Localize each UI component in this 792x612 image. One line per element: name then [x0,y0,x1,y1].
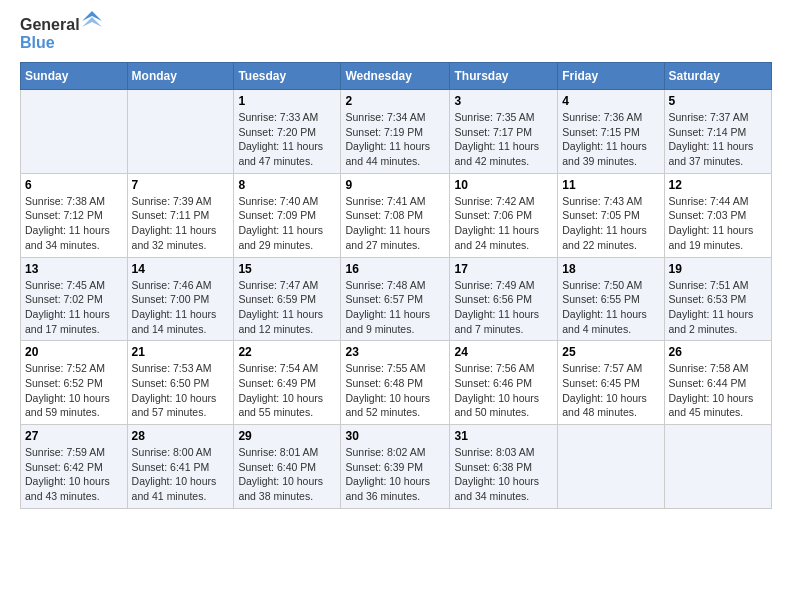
day-header-thursday: Thursday [450,63,558,90]
day-cell: 21Sunrise: 7:53 AM Sunset: 6:50 PM Dayli… [127,341,234,425]
day-info: Sunrise: 7:54 AM Sunset: 6:49 PM Dayligh… [238,361,336,420]
day-number: 8 [238,178,336,192]
logo: General Blue [20,16,102,52]
day-info: Sunrise: 7:38 AM Sunset: 7:12 PM Dayligh… [25,194,123,253]
day-number: 24 [454,345,553,359]
week-row-5: 27Sunrise: 7:59 AM Sunset: 6:42 PM Dayli… [21,425,772,509]
day-number: 22 [238,345,336,359]
day-cell: 11Sunrise: 7:43 AM Sunset: 7:05 PM Dayli… [558,173,664,257]
day-number: 18 [562,262,659,276]
day-number: 15 [238,262,336,276]
day-number: 5 [669,94,767,108]
day-number: 1 [238,94,336,108]
calendar-table: SundayMondayTuesdayWednesdayThursdayFrid… [20,62,772,509]
day-cell: 12Sunrise: 7:44 AM Sunset: 7:03 PM Dayli… [664,173,771,257]
day-cell: 6Sunrise: 7:38 AM Sunset: 7:12 PM Daylig… [21,173,128,257]
day-cell [21,90,128,174]
day-cell [127,90,234,174]
day-cell: 17Sunrise: 7:49 AM Sunset: 6:56 PM Dayli… [450,257,558,341]
day-cell: 5Sunrise: 7:37 AM Sunset: 7:14 PM Daylig… [664,90,771,174]
day-header-monday: Monday [127,63,234,90]
day-cell: 2Sunrise: 7:34 AM Sunset: 7:19 PM Daylig… [341,90,450,174]
day-number: 29 [238,429,336,443]
day-header-tuesday: Tuesday [234,63,341,90]
day-cell: 13Sunrise: 7:45 AM Sunset: 7:02 PM Dayli… [21,257,128,341]
week-row-1: 1Sunrise: 7:33 AM Sunset: 7:20 PM Daylig… [21,90,772,174]
day-info: Sunrise: 7:49 AM Sunset: 6:56 PM Dayligh… [454,278,553,337]
day-info: Sunrise: 8:02 AM Sunset: 6:39 PM Dayligh… [345,445,445,504]
day-cell: 3Sunrise: 7:35 AM Sunset: 7:17 PM Daylig… [450,90,558,174]
day-info: Sunrise: 8:00 AM Sunset: 6:41 PM Dayligh… [132,445,230,504]
day-cell [664,425,771,509]
day-cell: 25Sunrise: 7:57 AM Sunset: 6:45 PM Dayli… [558,341,664,425]
day-number: 19 [669,262,767,276]
day-cell: 9Sunrise: 7:41 AM Sunset: 7:08 PM Daylig… [341,173,450,257]
day-cell: 30Sunrise: 8:02 AM Sunset: 6:39 PM Dayli… [341,425,450,509]
header-row: SundayMondayTuesdayWednesdayThursdayFrid… [21,63,772,90]
day-cell: 16Sunrise: 7:48 AM Sunset: 6:57 PM Dayli… [341,257,450,341]
day-info: Sunrise: 7:37 AM Sunset: 7:14 PM Dayligh… [669,110,767,169]
day-number: 30 [345,429,445,443]
day-cell: 19Sunrise: 7:51 AM Sunset: 6:53 PM Dayli… [664,257,771,341]
day-number: 14 [132,262,230,276]
day-cell: 23Sunrise: 7:55 AM Sunset: 6:48 PM Dayli… [341,341,450,425]
day-number: 12 [669,178,767,192]
day-info: Sunrise: 7:33 AM Sunset: 7:20 PM Dayligh… [238,110,336,169]
day-number: 23 [345,345,445,359]
day-info: Sunrise: 7:36 AM Sunset: 7:15 PM Dayligh… [562,110,659,169]
day-cell: 10Sunrise: 7:42 AM Sunset: 7:06 PM Dayli… [450,173,558,257]
day-cell: 24Sunrise: 7:56 AM Sunset: 6:46 PM Dayli… [450,341,558,425]
day-number: 3 [454,94,553,108]
day-cell: 31Sunrise: 8:03 AM Sunset: 6:38 PM Dayli… [450,425,558,509]
logo-general: General [20,16,80,34]
day-number: 28 [132,429,230,443]
day-cell: 4Sunrise: 7:36 AM Sunset: 7:15 PM Daylig… [558,90,664,174]
day-cell: 7Sunrise: 7:39 AM Sunset: 7:11 PM Daylig… [127,173,234,257]
page: General Blue SundayMondayTuesdayWednesda… [0,0,792,525]
day-info: Sunrise: 7:48 AM Sunset: 6:57 PM Dayligh… [345,278,445,337]
day-info: Sunrise: 7:56 AM Sunset: 6:46 PM Dayligh… [454,361,553,420]
day-cell: 1Sunrise: 7:33 AM Sunset: 7:20 PM Daylig… [234,90,341,174]
day-number: 31 [454,429,553,443]
day-header-friday: Friday [558,63,664,90]
day-cell: 29Sunrise: 8:01 AM Sunset: 6:40 PM Dayli… [234,425,341,509]
header: General Blue [20,16,772,52]
day-info: Sunrise: 7:51 AM Sunset: 6:53 PM Dayligh… [669,278,767,337]
day-cell: 27Sunrise: 7:59 AM Sunset: 6:42 PM Dayli… [21,425,128,509]
day-info: Sunrise: 7:46 AM Sunset: 7:00 PM Dayligh… [132,278,230,337]
day-cell: 15Sunrise: 7:47 AM Sunset: 6:59 PM Dayli… [234,257,341,341]
day-info: Sunrise: 7:43 AM Sunset: 7:05 PM Dayligh… [562,194,659,253]
day-cell: 22Sunrise: 7:54 AM Sunset: 6:49 PM Dayli… [234,341,341,425]
day-cell: 20Sunrise: 7:52 AM Sunset: 6:52 PM Dayli… [21,341,128,425]
day-number: 4 [562,94,659,108]
day-number: 11 [562,178,659,192]
day-number: 10 [454,178,553,192]
day-number: 17 [454,262,553,276]
day-info: Sunrise: 7:41 AM Sunset: 7:08 PM Dayligh… [345,194,445,253]
day-header-wednesday: Wednesday [341,63,450,90]
day-number: 26 [669,345,767,359]
day-cell: 8Sunrise: 7:40 AM Sunset: 7:09 PM Daylig… [234,173,341,257]
day-number: 20 [25,345,123,359]
day-cell: 26Sunrise: 7:58 AM Sunset: 6:44 PM Dayli… [664,341,771,425]
day-info: Sunrise: 7:59 AM Sunset: 6:42 PM Dayligh… [25,445,123,504]
day-cell: 28Sunrise: 8:00 AM Sunset: 6:41 PM Dayli… [127,425,234,509]
day-info: Sunrise: 7:53 AM Sunset: 6:50 PM Dayligh… [132,361,230,420]
day-info: Sunrise: 7:47 AM Sunset: 6:59 PM Dayligh… [238,278,336,337]
day-info: Sunrise: 7:58 AM Sunset: 6:44 PM Dayligh… [669,361,767,420]
logo-container: General Blue [20,16,102,52]
day-header-saturday: Saturday [664,63,771,90]
day-info: Sunrise: 7:40 AM Sunset: 7:09 PM Dayligh… [238,194,336,253]
logo-arrow-icon [82,11,102,31]
day-info: Sunrise: 7:39 AM Sunset: 7:11 PM Dayligh… [132,194,230,253]
week-row-2: 6Sunrise: 7:38 AM Sunset: 7:12 PM Daylig… [21,173,772,257]
day-info: Sunrise: 7:44 AM Sunset: 7:03 PM Dayligh… [669,194,767,253]
day-info: Sunrise: 7:57 AM Sunset: 6:45 PM Dayligh… [562,361,659,420]
day-info: Sunrise: 7:50 AM Sunset: 6:55 PM Dayligh… [562,278,659,337]
day-number: 2 [345,94,445,108]
week-row-4: 20Sunrise: 7:52 AM Sunset: 6:52 PM Dayli… [21,341,772,425]
day-number: 27 [25,429,123,443]
day-info: Sunrise: 7:35 AM Sunset: 7:17 PM Dayligh… [454,110,553,169]
day-cell: 18Sunrise: 7:50 AM Sunset: 6:55 PM Dayli… [558,257,664,341]
day-number: 21 [132,345,230,359]
